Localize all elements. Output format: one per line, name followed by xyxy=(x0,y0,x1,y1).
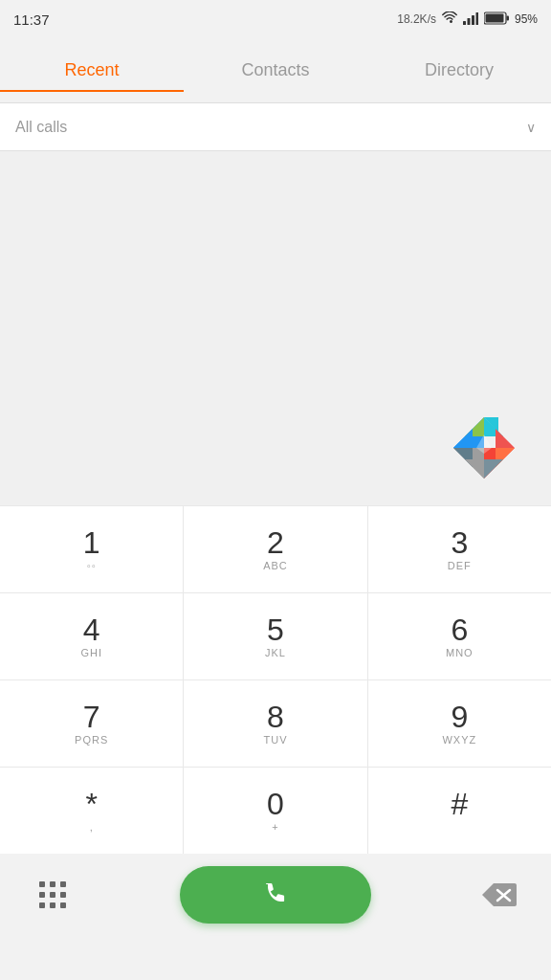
battery-percent: 95% xyxy=(515,12,538,26)
svg-marker-22 xyxy=(484,459,503,479)
tab-bar: Recent Contacts Directory xyxy=(0,38,551,103)
svg-rect-31 xyxy=(50,902,55,908)
app-logo xyxy=(446,410,522,486)
svg-rect-5 xyxy=(506,15,509,20)
svg-rect-2 xyxy=(472,15,474,25)
chevron-down-icon: ∨ xyxy=(526,120,536,135)
svg-marker-17 xyxy=(453,429,473,448)
svg-rect-30 xyxy=(39,902,45,908)
tab-directory[interactable]: Directory xyxy=(367,51,551,90)
dialpad-row-1: 1 ◦◦ 2 ABC 3 DEF xyxy=(0,505,551,592)
tab-contacts[interactable]: Contacts xyxy=(184,51,367,90)
svg-rect-24 xyxy=(39,881,45,887)
dialpad-row-3: 7 PQRS 8 TUV 9 WXYZ xyxy=(0,679,551,767)
network-speed: 18.2K/s xyxy=(397,12,436,26)
signal-icon xyxy=(463,11,478,28)
key-8[interactable]: 8 TUV xyxy=(184,680,367,767)
empty-area xyxy=(0,151,551,505)
svg-rect-29 xyxy=(60,892,66,898)
dialpad: 1 ◦◦ 2 ABC 3 DEF 4 GHI 5 JKL 6 MNO 7 PQR… xyxy=(0,505,551,854)
filter-row[interactable]: All calls ∨ xyxy=(0,103,551,151)
status-time: 11:37 xyxy=(13,11,50,28)
svg-rect-6 xyxy=(485,13,503,22)
svg-rect-28 xyxy=(50,892,55,898)
svg-rect-25 xyxy=(50,881,55,887)
key-2[interactable]: 2 ABC xyxy=(184,506,367,592)
status-bar: 11:37 18.2K/s xyxy=(0,0,551,38)
key-1[interactable]: 1 ◦◦ xyxy=(0,506,184,592)
dialpad-row-4: * , 0 + # · xyxy=(0,767,551,854)
battery-icon xyxy=(484,11,509,28)
key-hash[interactable]: # · xyxy=(368,768,551,854)
status-right: 18.2K/s 95 xyxy=(397,11,538,28)
bottom-bar xyxy=(0,854,551,936)
dialpad-row-2: 4 GHI 5 JKL 6 MNO xyxy=(0,592,551,679)
svg-rect-26 xyxy=(60,881,66,887)
key-6[interactable]: 6 MNO xyxy=(368,593,551,679)
svg-rect-27 xyxy=(39,892,45,898)
svg-rect-3 xyxy=(475,12,478,25)
wifi-icon xyxy=(442,11,457,27)
key-7[interactable]: 7 PQRS xyxy=(0,680,184,767)
key-0[interactable]: 0 + xyxy=(184,768,367,854)
key-3[interactable]: 3 DEF xyxy=(368,506,551,592)
svg-marker-21 xyxy=(465,459,484,479)
key-4[interactable]: 4 GHI xyxy=(0,593,184,679)
svg-rect-32 xyxy=(60,902,66,908)
tab-recent[interactable]: Recent xyxy=(0,51,184,92)
key-9[interactable]: 9 WXYZ xyxy=(368,680,551,767)
backspace-button[interactable] xyxy=(474,871,522,919)
filter-label: All calls xyxy=(15,119,67,136)
key-5[interactable]: 5 JKL xyxy=(184,593,367,679)
dialpad-toggle-button[interactable] xyxy=(29,871,77,919)
call-button[interactable] xyxy=(180,866,371,924)
svg-rect-1 xyxy=(467,18,470,25)
svg-marker-19 xyxy=(496,429,515,448)
key-star[interactable]: * , xyxy=(0,768,184,854)
svg-rect-0 xyxy=(463,21,466,25)
